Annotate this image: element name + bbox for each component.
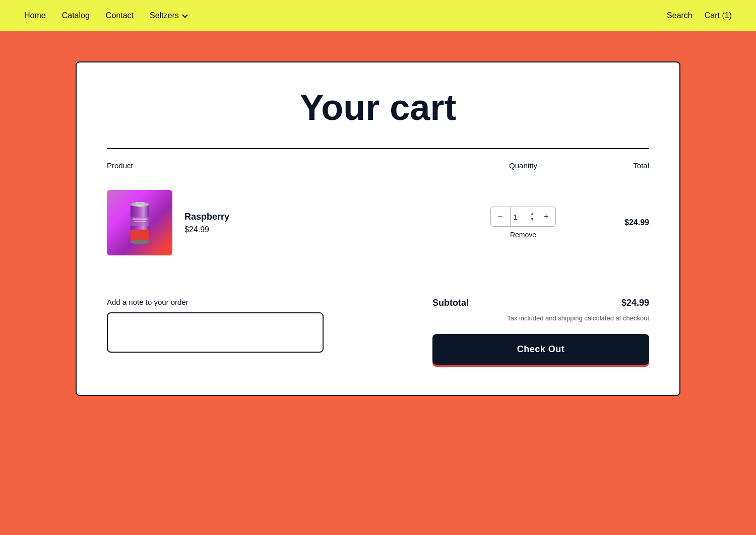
cart-title: Your cart [107,87,649,128]
table-row: Raspberry $24.99 − ▲ ▼ + [107,178,649,268]
tax-note: Tax included and shipping calculated at … [432,314,649,322]
product-details: Raspberry $24.99 [184,212,229,234]
quantity-spinners: ▲ ▼ [529,207,536,227]
col-product-header: Product [107,161,468,170]
note-label: Add a note to your order [107,298,408,306]
chevron-down-icon [182,12,187,18]
svg-rect-6 [133,219,147,220]
cart-divider [107,148,649,149]
checkout-section: Subtotal $24.99 Tax included and shippin… [432,298,649,365]
nav-right: Search Cart (1) [667,11,732,20]
cart-bottom: Add a note to your order Subtotal $24.99… [107,298,649,365]
subtotal-label: Subtotal [432,298,469,308]
col-quantity-header: Quantity [468,161,579,170]
quantity-spin-up-button[interactable]: ▲ [529,211,536,217]
page-body: Your cart Product Quantity Total [0,31,756,426]
quantity-increase-button[interactable]: + [536,207,555,227]
nav-cart[interactable]: Cart (1) [705,11,732,20]
quantity-decrease-button[interactable]: − [491,207,510,227]
cart-header-row: Product Quantity Total [107,161,649,178]
product-name: Raspberry [184,212,229,222]
remove-item-link[interactable]: Remove [510,231,536,239]
product-image [107,190,172,255]
navigation: Home Catalog Contact Seltzers Search Car… [0,0,756,31]
svg-rect-7 [134,221,146,222]
quantity-control: − ▲ ▼ + Remove [468,207,579,239]
quantity-input-wrap: ▲ ▼ [510,207,537,227]
subtotal-amount: $24.99 [621,298,649,308]
subtotal-row: Subtotal $24.99 [432,298,649,308]
nav-home[interactable]: Home [24,11,46,20]
nav-seltzers[interactable]: Seltzers [150,11,187,20]
nav-catalog[interactable]: Catalog [62,11,90,20]
note-section: Add a note to your order [107,298,408,355]
quantity-input[interactable] [511,213,529,221]
nav-search[interactable]: Search [667,11,692,20]
order-note-input[interactable] [107,312,324,353]
quantity-wrapper: − ▲ ▼ + [490,207,556,227]
nav-left: Home Catalog Contact Seltzers [24,11,187,20]
product-info: Raspberry $24.99 [107,190,468,255]
item-total: $24.99 [579,218,649,227]
product-can-svg [126,197,154,248]
cart-container: Your cart Product Quantity Total [76,61,680,396]
quantity-spin-down-button[interactable]: ▼ [529,217,536,222]
product-price: $24.99 [184,225,229,234]
checkout-button[interactable]: Check Out [432,334,649,365]
svg-point-3 [130,240,149,244]
nav-contact[interactable]: Contact [106,11,134,20]
svg-rect-4 [137,202,142,205]
col-total-header: Total [579,161,649,170]
